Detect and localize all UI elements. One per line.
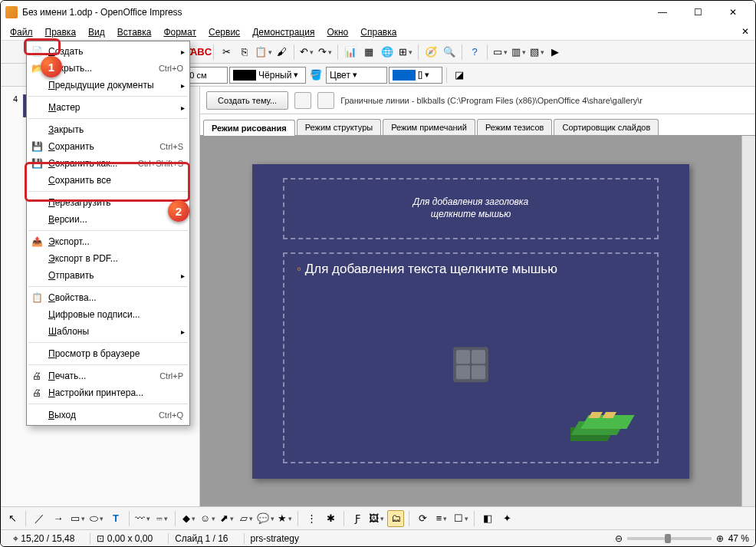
- menu-format[interactable]: Формат: [157, 25, 202, 39]
- zoom-in-icon[interactable]: ⊕: [716, 533, 724, 544]
- align-icon[interactable]: ≡: [433, 510, 450, 527]
- line-color-select[interactable]: Чёрный ▾: [229, 67, 306, 84]
- file-menu-item[interactable]: 💾СохранитьCtrl+S: [27, 138, 189, 155]
- help-icon[interactable]: ?: [466, 44, 483, 61]
- fontwork-icon[interactable]: Ƒ: [349, 510, 366, 527]
- tab-notes[interactable]: Режим примечаний: [383, 119, 475, 135]
- arrange-icon[interactable]: ☐: [452, 510, 469, 527]
- gallery-icon[interactable]: 🗂: [387, 510, 404, 527]
- autospell-icon[interactable]: ABC: [192, 44, 209, 61]
- connector-icon[interactable]: ⎓: [153, 510, 170, 527]
- file-menu-item[interactable]: ВыходCtrl+Q: [27, 407, 189, 423]
- file-menu-item[interactable]: Предыдущие документы▸: [27, 77, 189, 94]
- symbol-shapes-icon[interactable]: ☺: [199, 510, 216, 527]
- file-menu-item[interactable]: Просмотр в браузере: [27, 345, 189, 362]
- edit-points-icon[interactable]: ⋮: [303, 510, 320, 527]
- file-menu-item[interactable]: 🖨Печать...Ctrl+P: [27, 367, 189, 384]
- file-menu-item[interactable]: Сохранить все: [27, 172, 189, 189]
- ellipse-icon[interactable]: ⬭: [88, 510, 105, 527]
- file-menu-item[interactable]: Мастер▸: [27, 99, 189, 116]
- cut-icon[interactable]: ✂: [218, 44, 235, 61]
- gallery-icons-view[interactable]: [294, 92, 311, 109]
- status-coords: ⌖ 15,20 / 15,48: [7, 533, 81, 544]
- app-icon: [5, 6, 18, 18]
- animation-icon[interactable]: ✦: [498, 510, 515, 527]
- file-menu-item[interactable]: Закрыть: [27, 121, 189, 138]
- menu-window[interactable]: Окно: [320, 25, 354, 39]
- status-slide: Слайд 1 / 16: [168, 533, 234, 544]
- zoom-out-icon[interactable]: ⊖: [615, 533, 623, 544]
- create-theme-button[interactable]: Создать тему...: [206, 91, 288, 110]
- basic-shapes-icon[interactable]: ◆: [180, 510, 197, 527]
- annotation-badge-2: 2: [168, 200, 189, 222]
- menu-slideshow[interactable]: Демонстрация: [246, 25, 320, 39]
- design-icon[interactable]: ▧: [528, 44, 545, 61]
- fill-icon[interactable]: 🪣: [307, 67, 324, 84]
- content-insert-icons[interactable]: [453, 347, 488, 382]
- select-icon[interactable]: ↖: [4, 510, 21, 527]
- navigator-icon[interactable]: 🧭: [422, 44, 439, 61]
- menu-help[interactable]: Справка: [354, 25, 403, 39]
- titlebar: Без имени 1.odp - OpenOffice Impress — ☐…: [1, 1, 755, 24]
- file-menu-item[interactable]: 📋Свойства...: [27, 289, 189, 306]
- shadow-icon[interactable]: ◪: [451, 67, 468, 84]
- zoom-control[interactable]: ⊖ ⊕ 47 %: [615, 533, 749, 544]
- tab-outline[interactable]: Режим структуры: [297, 119, 382, 135]
- slide-content-placeholder[interactable]: Для добавления текста щелкните мышью: [283, 252, 659, 463]
- menu-view[interactable]: Вид: [82, 25, 111, 39]
- redo-icon[interactable]: ↷: [317, 44, 334, 61]
- stars-icon[interactable]: ★: [276, 510, 293, 527]
- curve-icon[interactable]: 〰: [134, 510, 151, 527]
- file-menu-item[interactable]: Экспорт в PDF...: [27, 250, 189, 267]
- slide-canvas[interactable]: Для добавления заголовка щелкните мышью …: [200, 136, 741, 506]
- paste-icon[interactable]: 📋: [255, 44, 271, 61]
- chart-icon[interactable]: 📊: [342, 44, 359, 61]
- table-icon[interactable]: ▦: [360, 44, 377, 61]
- gallery-list-view[interactable]: [317, 92, 334, 109]
- menu-file[interactable]: Файл: [4, 25, 39, 39]
- menu-tools[interactable]: Сервис: [202, 25, 246, 39]
- file-menu-item[interactable]: 💾Сохранить как...Ctrl+Shift+S: [27, 155, 189, 172]
- maximize-button[interactable]: ☐: [680, 1, 715, 24]
- glue-points-icon[interactable]: ✱: [322, 510, 339, 527]
- vertical-scrollbar[interactable]: [741, 136, 755, 506]
- file-menu-item[interactable]: 🖨Настройки принтера...: [27, 384, 189, 401]
- file-menu-item[interactable]: Версии...: [27, 211, 189, 228]
- from-file-icon[interactable]: 🖼: [368, 510, 385, 527]
- tab-sorter[interactable]: Сортировщик слайдов: [554, 119, 659, 135]
- file-menu-item[interactable]: Цифровые подписи...: [27, 306, 189, 323]
- fill-type-select[interactable]: Цвет ▾: [326, 67, 387, 84]
- minimize-button[interactable]: —: [645, 1, 680, 24]
- close-button[interactable]: ✕: [715, 1, 751, 24]
- rect-icon[interactable]: ▭: [69, 510, 86, 527]
- arrow-line-icon[interactable]: →: [50, 510, 67, 527]
- file-menu-item[interactable]: Шаблоны▸: [27, 323, 189, 340]
- menu-edit[interactable]: Правка: [39, 25, 83, 39]
- file-menu-item[interactable]: Отправить▸: [27, 267, 189, 284]
- copy-icon[interactable]: ⎘: [236, 44, 253, 61]
- line-icon[interactable]: ／: [31, 510, 48, 527]
- layout-icon[interactable]: ▥: [510, 44, 527, 61]
- flowchart-icon[interactable]: ▱: [238, 510, 255, 527]
- close-document-button[interactable]: ✕: [741, 26, 749, 37]
- block-arrows-icon[interactable]: ⬈: [219, 510, 235, 527]
- fill-color-select[interactable]: [] ▾: [389, 67, 442, 84]
- zoom-slider[interactable]: [627, 537, 712, 540]
- undo-icon[interactable]: ↶: [298, 44, 315, 61]
- text-icon[interactable]: T: [107, 510, 124, 527]
- hyperlink-icon[interactable]: 🌐: [379, 44, 396, 61]
- format-paint-icon[interactable]: 🖌: [273, 44, 290, 61]
- tab-drawing[interactable]: Режим рисования: [203, 120, 295, 136]
- file-menu-item[interactable]: 📤Экспорт...: [27, 233, 189, 250]
- rotate-icon[interactable]: ⟳: [414, 510, 431, 527]
- file-menu-item[interactable]: Перезагрузить: [27, 194, 189, 211]
- grid-icon[interactable]: ⊞: [397, 44, 414, 61]
- presentation-icon[interactable]: ▶: [547, 44, 564, 61]
- slide-icon[interactable]: ▭: [491, 44, 508, 61]
- menu-insert[interactable]: Вставка: [111, 25, 158, 39]
- zoom-icon[interactable]: 🔍: [441, 44, 458, 61]
- tab-handout[interactable]: Режим тезисов: [477, 119, 553, 135]
- callout-icon[interactable]: 💬: [257, 510, 274, 527]
- slide-title-placeholder[interactable]: Для добавления заголовка щелкните мышью: [283, 178, 659, 239]
- extrusion-icon[interactable]: ◧: [479, 510, 496, 527]
